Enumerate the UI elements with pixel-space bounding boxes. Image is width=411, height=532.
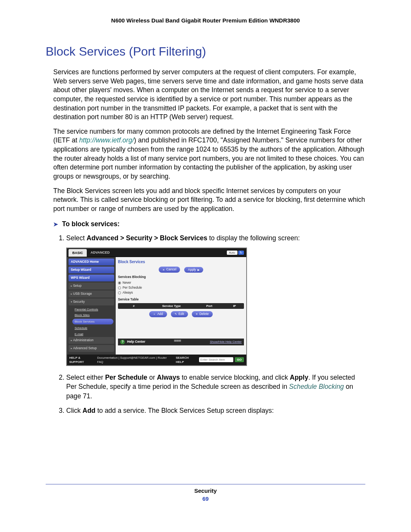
sidebar-item-usb-storage[interactable]: USB Storage (68, 291, 114, 297)
text-run: to display the following screen: (207, 234, 300, 242)
sidebar-item-security[interactable]: Security (68, 299, 114, 305)
chevron-right-icon: ➤ (53, 221, 58, 228)
sidebar-item-advanced-setup[interactable]: Advanced Setup (68, 345, 114, 352)
text-run: Click (66, 407, 83, 414)
paragraph: Services are functions performed by serv… (46, 68, 365, 122)
radio-icon (118, 291, 121, 294)
cross-reference-link[interactable]: Schedule Blocking (289, 383, 344, 390)
sidebar-sub-parental-controls[interactable]: Parental Controls (68, 307, 114, 312)
tab-advanced[interactable]: ADVANCED (87, 249, 113, 257)
service-table-heading: Service Table (118, 297, 244, 302)
text-run: Select either (66, 374, 105, 381)
apply-button[interactable]: Apply▶ (184, 267, 203, 273)
search-go-button[interactable]: GO (235, 357, 244, 362)
close-icon: ✕ (196, 312, 198, 316)
apply-label: Apply (188, 268, 196, 272)
panel-buttons-bottom: ＋Add ✎Edit ✕Delete (118, 311, 244, 317)
shot-footer-bar: HELP & SUPPORT Documentation | Support@N… (67, 355, 246, 365)
menu-path: Advanced > Security > Block Services (87, 234, 207, 242)
step-1: Select Advanced > Security > Block Servi… (66, 233, 365, 366)
radio-per-schedule[interactable]: Per Schedule (118, 286, 244, 290)
radio-label: Never (123, 281, 131, 285)
help-center-bar: ? Help Center ▀▀▀ Show/Hide Help Center (118, 339, 244, 345)
search-help-label: SEARCH HELP (176, 356, 198, 364)
shot-main-panel: Block Services ✕Cancel Apply▶ Services B… (116, 257, 246, 354)
radio-always[interactable]: Always (118, 291, 244, 295)
cancel-label: Cancel (166, 267, 176, 272)
plus-icon: ＋ (153, 312, 156, 316)
chevron-right-icon: ▶ (198, 268, 199, 272)
step-2: Select either Per Schedule or Always to … (66, 373, 365, 401)
delete-button[interactable]: ✕Delete (192, 311, 213, 317)
tab-basic[interactable]: BASIC (68, 249, 87, 257)
radio-icon (118, 281, 121, 284)
shot-tabs-bar: BASIC ADVANCED Auto ↻ (67, 248, 246, 257)
services-blocking-heading: Services Blocking (118, 275, 244, 280)
footer-page-number: 69 (46, 495, 365, 502)
text-run: Select (66, 234, 87, 242)
footer-section-name: Security (46, 487, 365, 494)
body-text: Services are functions performed by serv… (46, 68, 365, 213)
document-page: N600 Wireless Dual Band Gigabit Router P… (0, 0, 411, 517)
edit-button[interactable]: ✎Edit (171, 311, 188, 317)
sidebar-item-advanced-home[interactable]: ADVANCED Home (68, 259, 114, 265)
refresh-button[interactable]: ↻ (238, 251, 244, 255)
radio-never[interactable]: Never (118, 281, 244, 285)
document-header: N600 Wireless Dual Band Gigabit Router P… (46, 17, 365, 24)
sidebar-sub-schedule[interactable]: Schedule (68, 325, 114, 331)
shot-body: ADVANCED Home Setup Wizard WPS Wizard Se… (67, 257, 246, 354)
add-word: Add (83, 407, 96, 414)
option-always: Always (157, 374, 180, 381)
search-input[interactable]: Enter Search Item (199, 357, 233, 362)
task-heading: ➤ To block services: (53, 220, 365, 228)
help-support-label: HELP & SUPPORT (69, 356, 96, 364)
help-support-links[interactable]: Documentation | Support@NETGEAR.com | Ro… (97, 356, 173, 364)
add-label: Add (157, 312, 163, 316)
shot-sidebar: ADVANCED Home Setup Wizard WPS Wizard Se… (67, 257, 116, 354)
pencil-icon: ✎ (175, 312, 177, 316)
radio-label: Always (123, 291, 133, 295)
delete-label: Delete (199, 312, 209, 316)
th-port: Port (194, 303, 225, 309)
router-ui-screenshot: BASIC ADVANCED Auto ↻ ADVANCED Home Setu… (66, 248, 247, 366)
help-icon[interactable]: ? (120, 340, 125, 344)
task-heading-label: To block services: (62, 220, 119, 228)
drag-handle-icon[interactable]: ▀▀▀ (148, 340, 208, 344)
service-table-header: # Service Type Port IP (118, 303, 244, 309)
steps-list: Select Advanced > Security > Block Servi… (53, 233, 365, 415)
radio-icon (118, 286, 121, 289)
paragraph: The service numbers for many common prot… (46, 127, 365, 181)
cancel-button[interactable]: ✕Cancel (159, 267, 180, 273)
add-button[interactable]: ＋Add (149, 311, 167, 317)
section-title: Block Services (Port Filtering) (46, 45, 365, 59)
sidebar-sub-block-sites[interactable]: Block Sites (68, 312, 114, 318)
th-service-type: Service Type (150, 303, 194, 309)
apply-word: Apply (290, 374, 309, 381)
radio-label: Per Schedule (123, 286, 142, 290)
sidebar-item-administration[interactable]: Administration (68, 337, 114, 344)
panel-title: Block Services (118, 259, 244, 265)
refresh-mode-select[interactable]: Auto (227, 251, 237, 255)
show-hide-help-link[interactable]: Show/Hide Help Center (210, 340, 242, 344)
text-run: or (147, 374, 157, 381)
paragraph: The Block Services screen lets you add a… (46, 187, 365, 214)
edit-label: Edit (178, 312, 184, 316)
th-number: # (118, 303, 150, 309)
panel-buttons-top: ✕Cancel Apply▶ (118, 267, 244, 273)
sidebar-sub-block-services[interactable]: Block Services (72, 319, 113, 324)
sidebar-sub-email[interactable]: E-mail (68, 331, 114, 337)
option-per-schedule: Per Schedule (105, 374, 147, 381)
sidebar-item-setup-wizard[interactable]: Setup Wizard (68, 267, 114, 273)
screenshot-figure: BASIC ADVANCED Auto ↻ ADVANCED Home Setu… (66, 248, 365, 366)
footer-rule (46, 484, 365, 484)
footer: Security 69 (46, 487, 365, 502)
text-run: to enable service blocking, and click (180, 374, 290, 381)
sidebar-item-wps-wizard[interactable]: WPS Wizard (68, 275, 114, 281)
help-center-label: Help Center (127, 340, 145, 344)
th-ip: IP (225, 303, 244, 309)
ietf-link[interactable]: http://www.ietf.org/ (79, 136, 134, 144)
close-icon: ✕ (162, 268, 165, 272)
step-3: Click Add to add a service. The Block Se… (66, 406, 365, 415)
sidebar-item-setup[interactable]: Setup (68, 283, 114, 289)
text-run: to add a service. The Block Services Set… (96, 407, 274, 414)
